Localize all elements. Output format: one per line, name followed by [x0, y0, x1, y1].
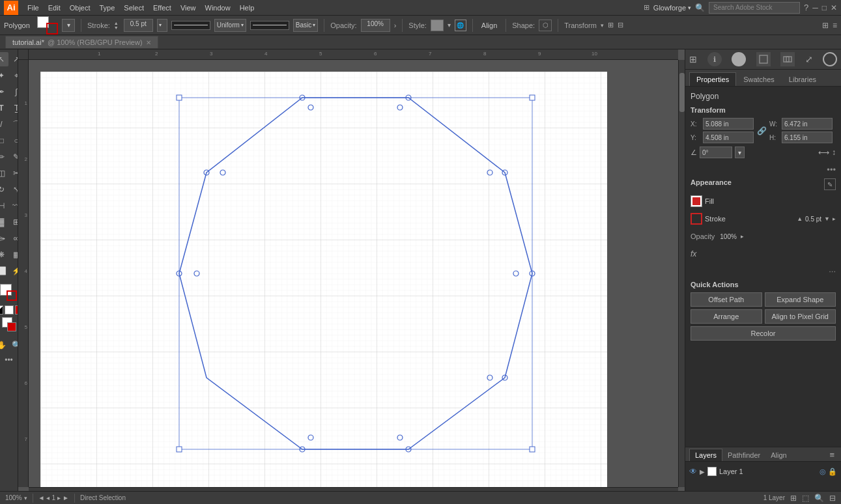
stroke-row[interactable]: Stroke ▲ 0.5 pt ▼ ▸ [691, 212, 836, 226]
canvas-viewport[interactable] [29, 60, 678, 487]
panel-icon-circle-solid[interactable] [732, 52, 746, 66]
panel-icon-combine[interactable] [780, 52, 795, 66]
angle-dropdown-btn[interactable]: ▾ [735, 147, 745, 158]
link-proportions-btn[interactable]: 🔗 [756, 118, 767, 144]
tab-swatches[interactable]: Swatches [736, 72, 782, 86]
canvas-area[interactable]: 1 2 3 4 5 6 7 8 9 10 1 2 3 4 5 6 7 [18, 49, 685, 499]
appearance-edit-btn[interactable]: ✎ [824, 178, 836, 190]
hand-btn[interactable]: ✋ [0, 338, 8, 352]
transform-extra2-btn[interactable]: ⊟ [618, 21, 623, 29]
arc-btn[interactable]: ⌒ [9, 117, 18, 132]
color-mode-normal[interactable] [0, 305, 3, 315]
search-layer-btn[interactable]: 🔍 [814, 494, 824, 503]
transform-btn[interactable]: Transform [564, 21, 597, 29]
doc-tab-close-btn[interactable]: ✕ [146, 39, 151, 46]
stroke-indicator[interactable] [7, 290, 17, 301]
offset-path-btn[interactable]: Offset Path [691, 292, 762, 307]
layer-target-icon[interactable]: ◎ [820, 468, 826, 476]
panel-icon-square-solid[interactable] [756, 52, 771, 66]
rotate-btn[interactable]: ↻ [0, 182, 8, 197]
column-graph-btn[interactable]: ▦ [9, 247, 18, 262]
next-page-icon[interactable]: ► [63, 494, 69, 501]
color-mode-white[interactable] [5, 305, 14, 315]
more-tools-btn[interactable]: ••• [5, 356, 13, 365]
artboard-btn-status[interactable]: ⬚ [802, 494, 809, 503]
blend-btn[interactable]: ∞ [9, 231, 18, 245]
menu-type[interactable]: Type [100, 4, 115, 12]
tab-pathfinder[interactable]: Pathfinder [722, 449, 765, 461]
layer-expand-icon[interactable]: ▶ [700, 468, 705, 475]
scale-btn[interactable]: ⤡ [9, 182, 18, 197]
arrange-btn[interactable]: Arrange [691, 309, 762, 324]
symbol-sprayer-btn[interactable]: ❋ [0, 247, 8, 262]
scissors-btn[interactable]: ✂ [9, 166, 18, 180]
curvature-btn[interactable]: ∫ [9, 85, 18, 99]
warp-btn[interactable]: 〰 [9, 199, 18, 213]
stroke-value-input[interactable]: 0.5 pt [124, 19, 153, 32]
menu-object[interactable]: Object [70, 4, 91, 12]
eraser-btn[interactable]: ◫ [0, 166, 8, 180]
stroke-end-dropdown[interactable]: ▾ [157, 19, 167, 32]
uniform-dropdown[interactable]: Uniform ▾ [214, 19, 246, 32]
vscrollbar[interactable] [678, 60, 685, 487]
opacity-row[interactable]: Opacity 100% ▸ [691, 229, 836, 244]
panel-icon-transform[interactable]: ⤢ [805, 54, 813, 64]
y-value-input[interactable] [703, 132, 754, 143]
rect-btn[interactable]: □ [0, 133, 8, 148]
lasso-btn[interactable]: ⌖ [9, 68, 18, 83]
h-value-input[interactable] [782, 132, 833, 143]
stroke-color-box[interactable] [691, 213, 702, 225]
transform-more-options[interactable]: ••• [827, 165, 836, 175]
style-dropdown-btn[interactable]: ▾ [448, 21, 451, 29]
doc-tab-item[interactable]: tutorial.ai* @ 100% (RGB/GPU Preview) ✕ [5, 36, 158, 48]
panel-icon-circle-ring[interactable] [823, 52, 837, 66]
prev-page-icon[interactable]: ◄ [38, 494, 45, 501]
menu-select[interactable]: Select [124, 4, 144, 12]
gradient-btn[interactable]: ▓ [0, 215, 8, 229]
fill-white-box[interactable] [2, 317, 16, 331]
stroke-up-btn[interactable]: ▲ ▼ [114, 21, 119, 30]
layer-visibility-icon[interactable]: 👁 [689, 467, 697, 476]
flip-h-btn[interactable]: ⟷ [818, 148, 829, 157]
ellipse-btn[interactable]: ○ [9, 133, 18, 148]
tab-layers[interactable]: Layers [689, 449, 722, 461]
layer-lock-icon[interactable]: 🔒 [828, 468, 837, 476]
pen-btn[interactable]: ✒ [0, 85, 8, 99]
flip-v-btn[interactable]: ↕ [832, 148, 836, 157]
expand-shape-btn[interactable]: Expand Shape [765, 292, 836, 307]
add-layer-btn[interactable]: ⊞ [790, 494, 797, 503]
recolor-btn[interactable]: Recolor [691, 326, 836, 341]
align-btn[interactable]: Align [479, 20, 500, 31]
direct-selection-tool-btn[interactable]: ↗ [9, 52, 18, 66]
fx-row[interactable]: fx [691, 247, 836, 261]
menu-view[interactable]: View [180, 4, 196, 12]
menu-file[interactable]: File [27, 4, 39, 12]
minimize-btn[interactable]: ─ [812, 3, 818, 12]
layer-row[interactable]: 👁 ▶ Layer 1 ◎ 🔒 [689, 464, 837, 479]
color-mode-dropdown[interactable]: ▾ [62, 19, 75, 32]
tab-properties[interactable]: Properties [689, 72, 736, 86]
pencil-btn[interactable]: ✎ [9, 150, 18, 164]
zoom-value[interactable]: 100% ▾ [5, 494, 27, 501]
angle-input[interactable] [700, 147, 732, 158]
opacity-input[interactable]: 100% [361, 19, 390, 32]
slice-btn[interactable]: ⚡ [9, 264, 18, 278]
stroke-box[interactable] [46, 23, 58, 35]
magic-wand-btn[interactable]: ✦ [0, 68, 8, 83]
panel-view-btn[interactable]: ⊞ [822, 21, 829, 30]
eyedropper-btn[interactable]: ⌲ [0, 231, 8, 245]
menu-edit[interactable]: Edit [48, 4, 61, 12]
align-pixel-btn[interactable]: Align to Pixel Grid [765, 309, 836, 324]
tab-libraries[interactable]: Libraries [782, 72, 823, 86]
fill-stroke-indicator[interactable] [37, 16, 58, 35]
maximize-btn[interactable]: □ [822, 3, 827, 12]
layers-menu-btn[interactable]: ≡ [827, 449, 837, 461]
fx-btn[interactable]: fx [691, 249, 696, 259]
toolbar-more-btn[interactable]: ≡ [833, 21, 837, 30]
workspace-selector[interactable]: Glowforge ▾ [653, 4, 691, 12]
selection-tool-btn[interactable]: ↖ [0, 52, 8, 66]
fill-color-box[interactable] [691, 195, 702, 207]
menu-window[interactable]: Window [205, 4, 231, 12]
type-btn[interactable]: T [0, 101, 8, 115]
menu-help[interactable]: Help [240, 4, 255, 12]
